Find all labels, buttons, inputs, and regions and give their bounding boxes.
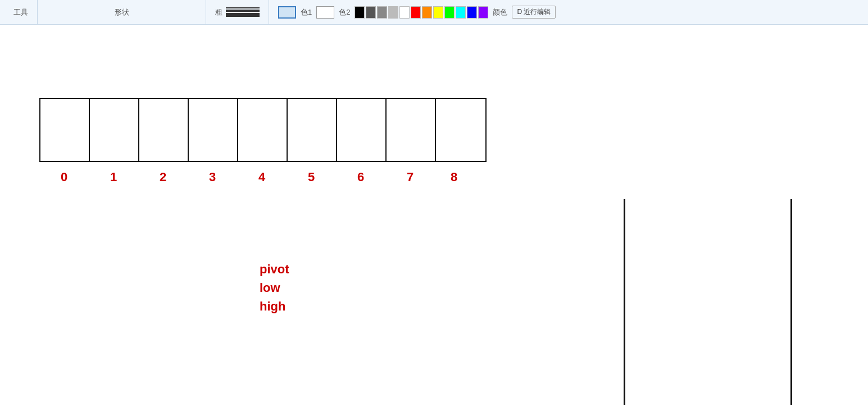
array-cell-1: [90, 99, 139, 161]
color-section: 色1 色2 颜色 D 近行编辑: [269, 0, 864, 24]
low-label: low: [260, 278, 289, 297]
toolbar: 工具 形状 粗 色1 色2 颜色 D 近行编辑: [0, 0, 868, 25]
bracket-right: [790, 199, 792, 405]
color-white[interactable]: [399, 6, 410, 19]
color-palette: [355, 6, 488, 19]
stroke-thin[interactable]: [226, 7, 260, 8]
color-yellow[interactable]: [433, 6, 443, 19]
color-black[interactable]: [355, 6, 365, 19]
colors-section-label: 颜色: [493, 7, 507, 17]
index-1: 1: [89, 170, 138, 184]
array-cell-5: [288, 99, 337, 161]
index-2: 2: [138, 170, 188, 184]
array-cell-2: [139, 99, 189, 161]
color-gray[interactable]: [377, 6, 387, 19]
index-5: 5: [287, 170, 336, 184]
stroke-section: 粗: [206, 0, 269, 24]
high-label: high: [260, 297, 289, 316]
color-green[interactable]: [444, 6, 455, 19]
color1-box[interactable]: [278, 6, 296, 19]
stroke-thick[interactable]: [226, 13, 260, 17]
color-purple[interactable]: [478, 6, 488, 19]
index-4: 4: [237, 170, 287, 184]
stroke-medium[interactable]: [226, 10, 260, 12]
pointer-labels: pivot low high: [260, 260, 289, 316]
array-cell-6: [337, 99, 387, 161]
color-lightgray[interactable]: [388, 6, 398, 19]
tools-label: 工具: [13, 7, 28, 17]
stroke-label: 粗: [215, 7, 222, 17]
array-cell-3: [189, 99, 238, 161]
shapes-label: 形状: [115, 7, 129, 17]
canvas-area: 0 1 2 3 4 5 6 7 8 pivot low high: [0, 25, 868, 405]
index-8: 8: [429, 170, 479, 184]
shapes-section: 形状: [38, 0, 206, 24]
index-0: 0: [39, 170, 89, 184]
array-cell-7: [387, 99, 436, 161]
color-red[interactable]: [411, 6, 421, 19]
array-cell-0: [40, 99, 90, 161]
color-orange[interactable]: [422, 6, 432, 19]
array-grid: [39, 98, 487, 162]
array-cell-4: [238, 99, 288, 161]
index-3: 3: [188, 170, 237, 184]
color2-label: 色2: [339, 7, 350, 17]
color-darkgray[interactable]: [366, 6, 376, 19]
color-cyan[interactable]: [456, 6, 466, 19]
edit-button[interactable]: D 近行编辑: [512, 6, 556, 19]
index-row: 0 1 2 3 4 5 6 7 8: [39, 170, 487, 184]
pivot-label: pivot: [260, 260, 289, 278]
color-blue[interactable]: [467, 6, 477, 19]
color2-box[interactable]: [316, 6, 334, 19]
bracket-left: [624, 199, 625, 405]
tools-section: 工具: [4, 0, 38, 24]
index-6: 6: [336, 170, 385, 184]
bracket-shape: [624, 199, 792, 405]
array-cell-8: [436, 99, 485, 161]
array-container: 0 1 2 3 4 5 6 7 8: [39, 98, 487, 184]
index-7: 7: [385, 170, 435, 184]
color1-label: 色1: [301, 7, 312, 17]
